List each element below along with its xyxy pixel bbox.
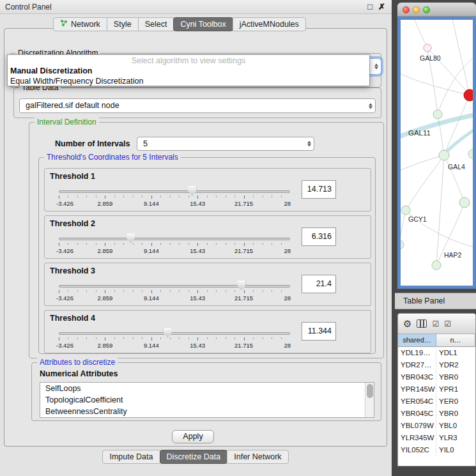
table-row[interactable]: YBL079WYBL0 xyxy=(398,420,475,432)
columns-icon[interactable] xyxy=(417,319,427,328)
threshold-slider[interactable]: -3.426 2.859 9.144 15.43 21.715 28 xyxy=(59,280,290,304)
table-header-row: shared… n… xyxy=(398,334,475,347)
slider-track[interactable] xyxy=(59,332,290,335)
table-body: YDL19…YDL1 YDR27…YDR2 YBR043CYBR0 YPR145… xyxy=(398,347,475,466)
cell: YDR2 xyxy=(436,359,475,371)
slider-track[interactable] xyxy=(59,285,290,288)
tab-impute-data[interactable]: Impute Data xyxy=(102,450,160,464)
network-node[interactable] xyxy=(459,197,470,208)
table-row[interactable]: YER054CYER0 xyxy=(398,395,475,408)
slider-ticks xyxy=(59,243,290,246)
tab-jactivemnodules[interactable]: jActiveMNodules xyxy=(233,17,306,31)
tab-cyni-toolbox[interactable]: Cyni Toolbox xyxy=(173,17,233,31)
gear-icon[interactable]: ⚙ xyxy=(403,319,411,328)
network-window-frame: GAL80 GAL11 GAL4 GCY1 HAP2 xyxy=(397,17,476,289)
scale-label: -3.426 xyxy=(56,200,73,207)
bottom-tab-bar: Impute Data Discretize Data Infer Networ… xyxy=(0,450,392,464)
combo-stepper-icon xyxy=(369,103,372,109)
list-item[interactable]: TopologicalCoefficient xyxy=(40,394,374,406)
tab-style[interactable]: Style xyxy=(107,17,139,31)
tab-discretize-data[interactable]: Discretize Data xyxy=(160,450,228,464)
tab-infer-network[interactable]: Infer Network xyxy=(227,450,288,464)
column-header-shared-name[interactable]: shared… xyxy=(398,334,436,347)
scrollbar-thumb[interactable] xyxy=(367,384,373,398)
network-node[interactable] xyxy=(401,206,410,215)
close-window-icon[interactable]: ✗ xyxy=(378,0,385,14)
threshold-panel-4: Threshold 4 -3.426 2.859 9.144 15.43 21.… xyxy=(44,310,371,353)
table-row[interactable]: YIL052CYIL0 xyxy=(398,444,475,456)
slider-thumb[interactable] xyxy=(237,280,245,291)
slider-thumb[interactable] xyxy=(127,233,135,243)
threshold-value-field[interactable]: 21.4 xyxy=(302,275,336,293)
threshold-slider[interactable]: -3.426 2.859 9.144 15.43 21.715 28 xyxy=(59,185,290,210)
slider-track[interactable] xyxy=(59,190,290,193)
table-data-combo[interactable]: galFiltered.sif default node xyxy=(19,98,376,113)
threshold-value-field[interactable]: 6.316 xyxy=(302,227,336,246)
threshold-label: Threshold 4 xyxy=(50,314,95,323)
table-row[interactable]: YBR043CYBR0 xyxy=(398,371,475,383)
popup-option-equal-width-frequency[interactable]: Equal Width/Frequency Discretization xyxy=(8,76,369,86)
threshold-value-field[interactable]: 11.344 xyxy=(302,322,336,341)
scale-label: -3.426 xyxy=(56,342,73,349)
table-window: ⚙ ☑ ☑ shared… n… YDL19…YDL1 YDR27…YDR2 Y… xyxy=(397,313,476,466)
threshold-slider[interactable]: -3.426 2.859 9.144 15.43 21.715 28 xyxy=(59,233,290,257)
network-window-titlebar[interactable] xyxy=(397,3,476,17)
popup-option-manual-discretization[interactable]: Manual Discretization xyxy=(8,66,369,76)
scale-label: 2.859 xyxy=(98,200,113,207)
cell: YBR0 xyxy=(436,371,475,383)
table-row[interactable]: YLR345WYLR3 xyxy=(398,432,475,444)
checkbox-icon[interactable]: ☑ xyxy=(432,320,439,328)
scale-label: 15.43 xyxy=(190,200,205,207)
network-node[interactable] xyxy=(401,240,404,249)
slider-track[interactable] xyxy=(59,238,290,240)
table-row[interactable]: YDL19…YDL1 xyxy=(398,347,475,359)
attributes-list: SelfLoops TopologicalCoefficient Between… xyxy=(40,382,374,418)
network-node-selected-red[interactable] xyxy=(464,89,473,101)
list-item[interactable]: BetweennessCentrality xyxy=(40,406,374,417)
network-node[interactable] xyxy=(432,261,441,270)
network-node[interactable] xyxy=(439,150,449,160)
close-traffic-light[interactable] xyxy=(403,6,410,13)
interval-definition-group: Interval Definition Number of Intervals … xyxy=(29,122,384,358)
float-window-icon[interactable]: □ xyxy=(367,0,372,14)
tab-label: Discretize Data xyxy=(167,450,221,463)
table-row[interactable]: YBR045CYBR0 xyxy=(398,408,475,420)
tab-label: Impute Data xyxy=(109,450,153,463)
cell: YER0 xyxy=(436,395,475,408)
list-scrollbar[interactable] xyxy=(365,383,374,417)
zoom-traffic-light[interactable] xyxy=(423,6,430,13)
number-of-intervals-combo[interactable]: 5 xyxy=(137,137,314,151)
network-node[interactable] xyxy=(433,110,442,119)
slider-thumb[interactable] xyxy=(164,327,172,338)
node-label: GAL80 xyxy=(420,54,441,62)
scale-label: 21.715 xyxy=(234,295,253,302)
cell: YBL0 xyxy=(436,420,475,432)
slider-thumb[interactable] xyxy=(188,185,196,196)
table-data-combo-value: galFiltered.sif default node xyxy=(26,99,119,112)
cell: YLR3 xyxy=(436,432,475,444)
threshold-panel-3: Threshold 3 -3.426 2.859 9.144 15.43 21.… xyxy=(44,263,371,306)
table-row[interactable]: YDR27…YDR2 xyxy=(398,359,475,371)
column-header-name[interactable]: n… xyxy=(436,334,475,347)
numerical-attributes-label: Numerical Attributes xyxy=(40,369,118,378)
cell: YLR345W xyxy=(398,432,436,444)
checkbox-icon[interactable]: ☑ xyxy=(444,320,451,328)
tab-network[interactable]: Network xyxy=(53,17,107,31)
threshold-slider[interactable]: -3.426 2.859 9.144 15.43 21.715 28 xyxy=(59,327,290,351)
table-row[interactable]: YPR145WYPR1 xyxy=(398,383,475,395)
scale-label: 9.144 xyxy=(144,200,159,207)
tab-select[interactable]: Select xyxy=(138,17,174,31)
cell: YPR145W xyxy=(398,383,436,395)
threshold-value-field[interactable]: 14.713 xyxy=(302,180,336,199)
network-node[interactable] xyxy=(424,44,431,52)
apply-button[interactable]: Apply xyxy=(172,430,214,443)
node-label: GAL11 xyxy=(408,129,431,137)
network-node[interactable] xyxy=(468,150,473,158)
cell: YBR045C xyxy=(398,408,436,420)
network-canvas[interactable]: GAL80 GAL11 GAL4 GCY1 HAP2 xyxy=(401,20,473,286)
minimize-traffic-light[interactable] xyxy=(413,6,420,13)
attributes-group-title: Attributes to discretize xyxy=(37,358,118,367)
scale-label: 21.715 xyxy=(234,200,253,207)
tab-label: Select xyxy=(145,18,167,31)
list-item[interactable]: SelfLoops xyxy=(40,383,374,394)
